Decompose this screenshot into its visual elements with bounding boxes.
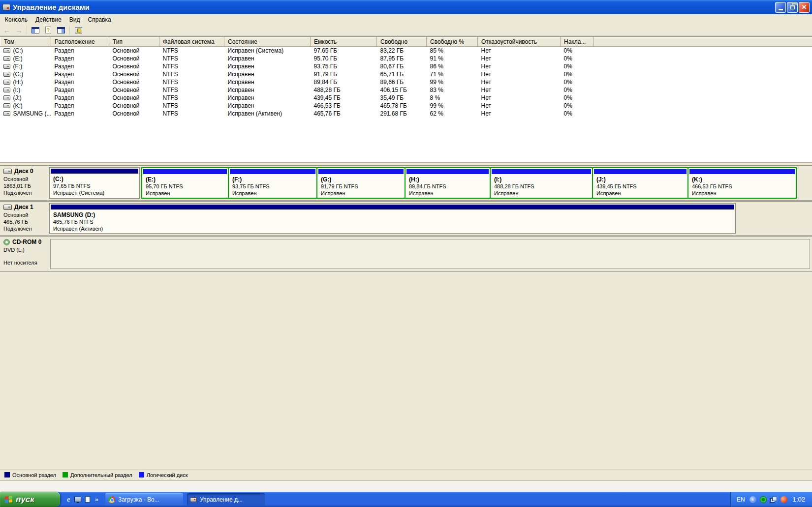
quick-launch-overflow-icon[interactable]: » <box>95 496 98 503</box>
volume-row-k[interactable]: (K:) Раздел Основной NTFS Исправен 466,5… <box>0 102 812 110</box>
menu-help[interactable]: Справка <box>84 15 115 24</box>
cell <box>593 94 812 102</box>
cell: 80,67 ГБ <box>377 62 427 70</box>
disk1-info[interactable]: Диск 1 Основной 465,76 ГБ Подключен <box>0 202 48 235</box>
partition-status: Исправен <box>593 190 687 197</box>
menu-bar: Консоль Действие Вид Справка <box>0 14 812 25</box>
primary-partition-bar <box>51 205 734 209</box>
console-settings-button[interactable] <box>73 25 84 35</box>
col-free[interactable]: Свободно <box>377 37 427 47</box>
col-fault-tolerance[interactable]: Отказоустойчивость <box>478 37 561 47</box>
start-button[interactable]: пуск <box>0 492 60 507</box>
disk0-info[interactable]: Диск 0 Основной 1863,01 ГБ Подключен <box>0 166 48 200</box>
partition-k[interactable]: (K:) 466,53 ГБ NTFS Исправен <box>687 168 796 198</box>
col-capacity[interactable]: Емкость <box>311 37 377 47</box>
cell: 0% <box>561 86 593 94</box>
tray-red-app-icon[interactable] <box>781 496 787 503</box>
cell: Нет <box>478 55 561 62</box>
partition-size: 97,65 ГБ NTFS <box>50 182 139 189</box>
minimize-button[interactable] <box>775 2 786 13</box>
internet-explorer-icon[interactable]: e <box>67 495 70 504</box>
disk-icon <box>3 205 12 210</box>
partition-status: Исправен <box>229 190 316 197</box>
cell: 0% <box>561 47 593 55</box>
partition-f[interactable]: (F:) 93,75 ГБ NTFS Исправен <box>228 168 316 198</box>
hide-tray-icons-icon[interactable]: ‹ <box>750 496 756 503</box>
disk1-graphic: SAMSUNG (D:) 465,76 ГБ NTFS Исправен (Ак… <box>48 202 812 235</box>
cell: 466,53 ГБ <box>311 102 377 110</box>
col-status[interactable]: Состояние <box>224 37 311 47</box>
partition-c[interactable]: (C:) 97,65 ГБ NTFS Исправен (Система) <box>49 167 140 199</box>
volume-table: Том Расположение Тип Файловая система Со… <box>0 37 812 118</box>
restore-button[interactable] <box>787 2 798 13</box>
disk-name: Диск 1 <box>14 204 33 210</box>
extended-partition: (E:) 95,70 ГБ NTFS Исправен (F:) 93,75 Г… <box>141 167 797 199</box>
cell: 91 % <box>427 55 478 62</box>
cell-volume: (F:) <box>0 62 51 70</box>
partition-size: 465,76 ГБ NTFS <box>50 218 735 225</box>
title-bar[interactable]: Управление дисками ✕ <box>0 0 812 14</box>
partition-size: 466,53 ГБ NTFS <box>688 183 796 190</box>
col-filler <box>593 37 812 47</box>
show-desktop-icon[interactable] <box>74 497 81 502</box>
cell <box>593 78 812 86</box>
menu-action[interactable]: Действие <box>31 15 65 24</box>
logical-partition-bar <box>406 169 489 174</box>
cell: Основной <box>109 110 159 118</box>
help-button[interactable]: ? <box>43 25 54 35</box>
toolbar: ← → ? <box>0 25 812 36</box>
partition-size: 488,28 ГБ NTFS <box>491 183 592 190</box>
volume-row-j[interactable]: (J:) Раздел Основной NTFS Исправен 439,4… <box>0 94 812 102</box>
cdrom-icon <box>3 239 10 245</box>
cell: Нет <box>478 110 561 118</box>
col-location[interactable]: Расположение <box>51 37 109 47</box>
partition-i[interactable]: (I:) 488,28 ГБ NTFS Исправен <box>490 168 592 198</box>
close-button[interactable]: ✕ <box>799 2 810 13</box>
cell: 95,70 ГБ <box>311 55 377 62</box>
window-title: Управление дисками <box>13 3 90 11</box>
col-type[interactable]: Тип <box>109 37 159 47</box>
cell: Раздел <box>51 94 109 102</box>
panes-button[interactable] <box>56 25 66 35</box>
task-button-browser[interactable]: Загрузка - Во... <box>105 493 183 506</box>
partition-d[interactable]: SAMSUNG (D:) 465,76 ГБ NTFS Исправен (Ак… <box>49 203 736 234</box>
cell <box>593 70 812 78</box>
tray-green-app-icon[interactable] <box>760 496 767 503</box>
console-tree-button[interactable] <box>30 25 41 35</box>
disk-management-window: Управление дисками ✕ Консоль Действие Ви… <box>0 0 812 481</box>
disk-management-icon <box>190 497 197 502</box>
col-free-pct[interactable]: Свободно % <box>427 37 478 47</box>
cell: Раздел <box>51 47 109 55</box>
task-button-disk-management[interactable]: Управление д... <box>187 493 265 506</box>
partition-g[interactable]: (G:) 91,79 ГБ NTFS Исправен <box>316 168 405 198</box>
col-overhead[interactable]: Накла... <box>561 37 593 47</box>
cdrom-info[interactable]: CD-ROM 0 DVD (L:) Нет носителя <box>0 237 48 271</box>
logical-partition-bar <box>492 169 591 174</box>
task-label: Загрузка - Во... <box>118 496 159 503</box>
partition-h[interactable]: (H:) 89,84 ГБ NTFS Исправен <box>405 168 490 198</box>
volume-row-f[interactable]: (F:) Раздел Основной NTFS Исправен 93,75… <box>0 62 812 70</box>
extended-partition-swatch <box>62 472 68 477</box>
language-indicator[interactable]: EN <box>737 496 745 503</box>
cdrom-media-area[interactable] <box>50 239 810 269</box>
volume-row-h[interactable]: (H:) Раздел Основной NTFS Исправен 89,84… <box>0 78 812 86</box>
cell: Основной <box>109 55 159 62</box>
document-shortcut-icon[interactable] <box>85 496 90 503</box>
volume-row-g[interactable]: (G:) Раздел Основной NTFS Исправен 91,79… <box>0 70 812 78</box>
volume-icon <box>3 111 10 116</box>
col-volume[interactable]: Том <box>0 37 51 47</box>
volume-row-i[interactable]: (I:) Раздел Основной NTFS Исправен 488,2… <box>0 86 812 94</box>
forward-icon[interactable]: → <box>14 26 24 34</box>
volume-row-samsung[interactable]: SAMSUNG (... Раздел Основной NTFS Исправ… <box>0 110 812 118</box>
menu-view[interactable]: Вид <box>65 15 84 24</box>
network-status-icon[interactable] <box>770 497 777 502</box>
volume-row-c[interactable]: (C:) Раздел Основной NTFS Исправен (Сист… <box>0 47 812 55</box>
partition-status: Исправен <box>688 190 796 197</box>
volume-row-e[interactable]: (E:) Раздел Основной NTFS Исправен 95,70… <box>0 55 812 62</box>
col-filesystem[interactable]: Файловая система <box>159 37 224 47</box>
partition-e[interactable]: (E:) 95,70 ГБ NTFS Исправен <box>142 168 228 198</box>
partition-j[interactable]: (J:) 439,45 ГБ NTFS Исправен <box>592 168 687 198</box>
menu-console[interactable]: Консоль <box>1 15 31 24</box>
disk-name: CD-ROM 0 <box>12 239 41 245</box>
back-icon[interactable]: ← <box>2 26 12 34</box>
